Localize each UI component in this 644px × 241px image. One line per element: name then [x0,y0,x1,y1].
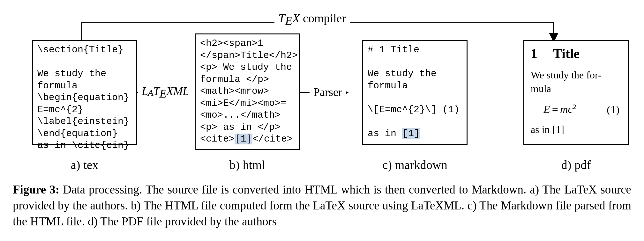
pdf-title-number: 1 [531,46,553,61]
box-html-output: <h2><span>1 </span>Title</h2> <p> We stu… [195,33,300,150]
pdf-title: 1Title [531,46,621,61]
box-markdown-output: # 1 Title We study the formula \[E=mc^{2… [362,40,468,145]
pdf-eq-op: = [550,104,560,115]
figure-caption: Figure 3: Data processing. The source fi… [13,182,631,230]
arrow-label-latexml: LATEXML [138,84,193,98]
figure-container: LATEXML Parser TEX compiler \section{Tit… [0,0,644,241]
pipeline-diagram: LATEXML Parser TEX compiler \section{Tit… [13,6,631,185]
pdf-title-text: Title [553,46,580,61]
pdf-eq-rhs: mc [560,104,573,115]
pdf-body-text: We study the for-​mula [531,68,621,96]
pdf-eq-lhs: E [543,104,550,115]
label-tex: a) tex [32,158,137,172]
box-tex-source: \section{Title} We study the formula \be… [32,40,137,145]
markdown-output-content: # 1 Title We study the formula \[E=mc^{2… [368,44,462,140]
label-html: b) html [195,158,300,172]
pdf-tail-text: as in [1] [531,123,621,136]
box-pdf-render: 1Title We study the for-​mula E=mc2 (1) … [523,40,629,145]
arrow-label-parser: Parser [310,85,346,99]
pdf-eq-sup: 2 [573,103,576,111]
arrow-label-tex-compiler: TEX compiler [274,11,350,25]
label-markdown: c) markdown [362,158,468,172]
label-pdf: d) pdf [523,158,629,172]
figure-label: Figure 3: [13,183,59,196]
html-output-content: <h2><span>1 </span>Title</h2> <p> We stu… [200,38,295,145]
pdf-eq-number: (1) [607,104,619,116]
pdf-equation: E=mc2 (1) [531,103,621,115]
tex-source-content: \section{Title} We study the formula \be… [37,44,132,152]
figure-caption-text: Data processing. The source file is conv… [13,183,631,228]
